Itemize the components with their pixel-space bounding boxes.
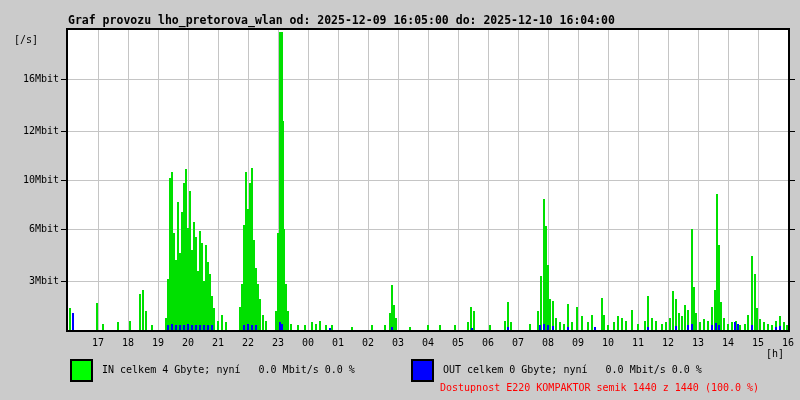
graph-title: Graf provozu lho_pretorova_wlan od: 2025… bbox=[68, 13, 615, 27]
in-legend-swatch bbox=[70, 359, 93, 382]
x-tick-label: 10 bbox=[593, 337, 623, 349]
x-tick-label: 02 bbox=[353, 337, 383, 349]
x-tick-label: 06 bbox=[473, 337, 503, 349]
x-tick-label: 17 bbox=[83, 337, 113, 349]
y-tick-label: 12Mbit bbox=[7, 125, 59, 137]
y-tick-label: 10Mbit bbox=[7, 174, 59, 186]
x-tick-label: 00 bbox=[293, 337, 323, 349]
x-tick-label: 16 bbox=[773, 337, 800, 349]
x-axis-unit-label: [h] bbox=[766, 348, 784, 359]
x-tick-label: 03 bbox=[383, 337, 413, 349]
x-tick-label: 04 bbox=[413, 337, 443, 349]
x-tick-label: 19 bbox=[143, 337, 173, 349]
x-tick-label: 07 bbox=[503, 337, 533, 349]
mrtg-traffic-page: Graf provozu lho_pretorova_wlan od: 2025… bbox=[0, 0, 800, 400]
x-tick-label: 23 bbox=[263, 337, 293, 349]
x-tick-label: 22 bbox=[233, 337, 263, 349]
availability-status-text: Dostupnost E220 KOMPAKTOR semik 1440 z 1… bbox=[440, 382, 759, 393]
x-tick-label: 13 bbox=[683, 337, 713, 349]
x-tick-label: 09 bbox=[563, 337, 593, 349]
out-legend-text: OUT celkem 0 Gbyte; nyní 0.0 Mbit/s 0.0 … bbox=[443, 364, 702, 375]
in-legend-text: IN celkem 4 Gbyte; nyní 0.0 Mbit/s 0.0 % bbox=[102, 364, 355, 375]
x-tick-label: 08 bbox=[533, 337, 563, 349]
out-legend-swatch bbox=[411, 359, 434, 382]
y-tick-label: 16Mbit bbox=[7, 73, 59, 85]
x-tick-label: 15 bbox=[743, 337, 773, 349]
x-tick-label: 01 bbox=[323, 337, 353, 349]
y-axis-unit-label: [/s] bbox=[14, 34, 38, 45]
y-tick-label: 6Mbit bbox=[7, 223, 59, 235]
x-tick-label: 11 bbox=[623, 337, 653, 349]
x-tick-label: 18 bbox=[113, 337, 143, 349]
x-tick-label: 14 bbox=[713, 337, 743, 349]
x-tick-label: 12 bbox=[653, 337, 683, 349]
y-tick-label: 3Mbit bbox=[7, 275, 59, 287]
x-tick-label: 05 bbox=[443, 337, 473, 349]
x-tick-label: 21 bbox=[203, 337, 233, 349]
x-tick-label: 20 bbox=[173, 337, 203, 349]
